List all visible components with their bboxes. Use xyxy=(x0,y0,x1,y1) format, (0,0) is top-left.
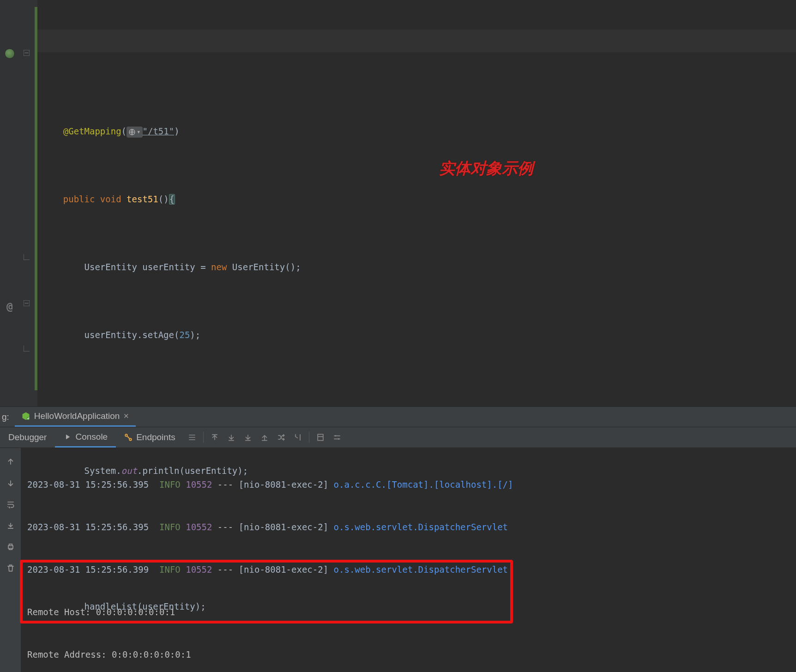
fold-gutter xyxy=(21,0,35,406)
close-icon[interactable]: ✕ xyxy=(123,412,129,420)
code-content[interactable]: 实体对象示例 @GetMapping(▾"/t51") public void … xyxy=(37,0,796,406)
annotation-getmapping: @GetMapping xyxy=(63,126,121,136)
fold-minus-icon[interactable] xyxy=(24,300,30,306)
fold-end-icon xyxy=(24,254,30,260)
spring-leaf-icon[interactable] xyxy=(5,48,15,59)
run-prefix: g: xyxy=(0,412,15,422)
scroll-to-end-icon[interactable] xyxy=(4,519,17,532)
console-panel: 2023-08-31 15:25:56.395 INFO 10552 --- [… xyxy=(0,448,796,672)
print-icon[interactable] xyxy=(4,540,17,553)
soft-wrap-icon[interactable] xyxy=(4,498,17,511)
log-line: Remote Address: 0:0:0:0:0:0:0:1 xyxy=(27,644,790,665)
scroll-up-icon[interactable] xyxy=(4,455,17,468)
fold-minus-icon[interactable] xyxy=(24,50,30,56)
log-line: 2023-08-31 15:25:56.395 INFO 10552 --- [… xyxy=(27,516,790,538)
annotation-label: 实体对象示例 xyxy=(439,157,533,180)
console-toolbar xyxy=(0,448,21,672)
url-globe-icon[interactable]: ▾ xyxy=(127,127,142,138)
run-tab-active[interactable]: HelloWorldApplication ✕ xyxy=(15,407,136,427)
gutter-icons: @ xyxy=(0,0,21,406)
trash-icon[interactable] xyxy=(4,562,17,575)
console-output[interactable]: 2023-08-31 15:25:56.395 INFO 10552 --- [… xyxy=(21,448,796,672)
log-line: 2023-08-31 15:25:56.395 INFO 10552 --- [… xyxy=(27,474,790,495)
mapping-path[interactable]: "/t51" xyxy=(143,126,175,136)
method-test51: test51 xyxy=(127,194,158,204)
annotation-gutter-icon[interactable]: @ xyxy=(6,300,13,312)
scroll-down-icon[interactable] xyxy=(4,477,17,490)
log-line: 2023-08-31 15:25:56.399 INFO 10552 --- [… xyxy=(27,559,790,580)
code-editor[interactable]: @ 实体对象示例 @GetMapping(▾"/t51") public voi… xyxy=(0,0,796,406)
fold-end-icon xyxy=(24,345,30,351)
spring-boot-icon xyxy=(21,412,30,421)
run-tab-label: HelloWorldApplication xyxy=(34,411,120,421)
svg-rect-9 xyxy=(8,546,13,549)
